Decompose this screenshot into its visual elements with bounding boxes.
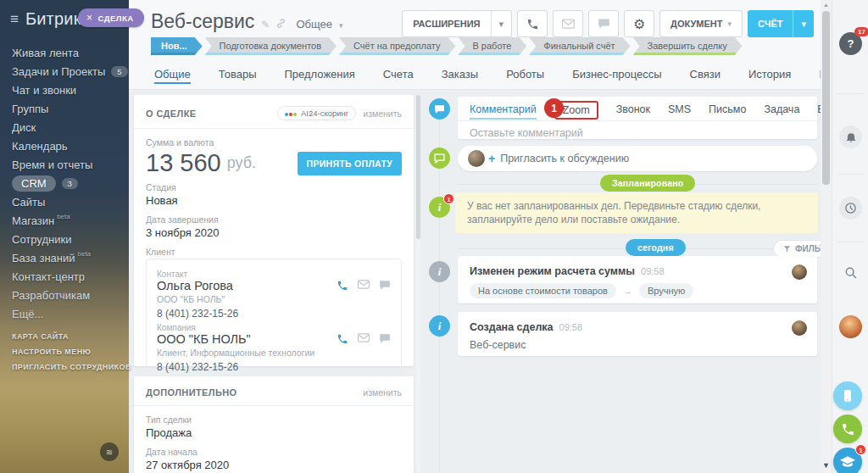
- edit-title-icon[interactable]: ✎: [261, 19, 270, 31]
- call-company-icon[interactable]: [337, 333, 348, 345]
- stage-prepayment[interactable]: Счёт на предоплату: [339, 37, 455, 55]
- call-contact-icon[interactable]: [337, 280, 348, 292]
- sidebar-item-store[interactable]: Магазинbeta: [0, 211, 129, 230]
- invoice-button[interactable]: СЧЁТ ▾: [748, 10, 814, 37]
- scroll-down-icon[interactable]: ▼: [822, 461, 830, 470]
- deal-panel-scrollbar[interactable]: [416, 95, 420, 473]
- email-contact-icon[interactable]: [358, 280, 370, 289]
- notifications-button[interactable]: [839, 125, 862, 148]
- sidebar-item-chat[interactable]: Чат и звонки: [0, 81, 129, 99]
- sidebar-item-crm[interactable]: CRM3: [0, 174, 129, 192]
- tab-email[interactable]: Письмо: [709, 103, 746, 120]
- planned-info-icon: i 1: [429, 197, 450, 218]
- arrow-right-icon: →: [623, 286, 632, 296]
- performance-widget-icon[interactable]: ≋: [100, 442, 119, 461]
- close-date-value[interactable]: 3 ноября 2020: [146, 226, 402, 239]
- training-button[interactable]: 1: [833, 448, 862, 473]
- ai-scoring-badge[interactable]: AI24-скоринг: [277, 106, 356, 120]
- link-icon[interactable]: [276, 19, 286, 31]
- email-button[interactable]: [553, 10, 583, 37]
- company-name[interactable]: ООО "КБ НОЛЬ": [157, 332, 251, 346]
- planned-badge: Запланировано: [600, 175, 695, 192]
- page-scrollbar[interactable]: ▲ ▼: [821, 0, 832, 473]
- deal-slider-chip[interactable]: × СДЕЛКА: [78, 8, 144, 27]
- tab-task[interactable]: Задача: [764, 103, 799, 120]
- invite-to-discussion-input[interactable]: + Пригласить к обсуждению: [458, 146, 817, 171]
- accept-payment-button[interactable]: ПРИНЯТЬ ОПЛАТУ: [298, 152, 402, 175]
- tab-comment[interactable]: Комментарий: [470, 103, 537, 120]
- sidebar-item-time[interactable]: Время и отчеты: [0, 155, 129, 174]
- tab-sms[interactable]: SMS: [668, 103, 691, 120]
- start-date-value[interactable]: 27 октября 2020: [146, 459, 402, 471]
- tab-quotes[interactable]: Предложения: [284, 59, 354, 89]
- tab-call[interactable]: Звонок: [616, 103, 650, 120]
- contact-name[interactable]: Ольга Рогова: [157, 279, 233, 292]
- sidebar-item-groups[interactable]: Группы: [0, 99, 129, 118]
- stage-value[interactable]: Новая: [146, 194, 402, 207]
- sidebar-item-more[interactable]: Ещё...: [0, 304, 129, 323]
- tab-dependencies[interactable]: Связи: [690, 59, 721, 89]
- tab-orders[interactable]: Заказы: [442, 59, 478, 89]
- settings-button[interactable]: ⚙: [624, 10, 654, 37]
- email-company-icon[interactable]: [358, 333, 370, 342]
- tab-invoices[interactable]: Счета: [383, 59, 414, 89]
- call-button[interactable]: [517, 10, 548, 37]
- sidebar-item-disk[interactable]: Диск: [0, 118, 129, 136]
- phone-icon: [841, 422, 855, 437]
- sitemap-link[interactable]: КАРТА САЙТА: [12, 332, 131, 341]
- sidebar-item-employees[interactable]: Сотрудники: [0, 230, 129, 248]
- invite-employees-link[interactable]: ПРИГЛАСИТЬ СОТРУДНИКОВ: [12, 363, 131, 371]
- document-button[interactable]: ДОКУМЕНТ▾: [659, 10, 743, 37]
- sidebar-item-sites[interactable]: Сайты: [0, 192, 129, 211]
- search-button[interactable]: [839, 261, 862, 284]
- sidebar-item-tasks[interactable]: Задачи и Проекты5: [0, 62, 129, 81]
- extensions-dropdown-icon[interactable]: ▾: [491, 11, 512, 36]
- close-icon[interactable]: ×: [86, 12, 93, 24]
- sidebar-item-contact-center[interactable]: Контакт-центр: [0, 267, 129, 286]
- scroll-up-icon[interactable]: ▲: [823, 2, 829, 8]
- scrollbar-thumb[interactable]: [822, 11, 830, 185]
- user-avatar[interactable]: [839, 315, 862, 338]
- stage-in-progress[interactable]: В работе: [458, 37, 526, 55]
- edit-deal-link[interactable]: изменить: [363, 109, 402, 119]
- invoice-dropdown-icon[interactable]: ▾: [793, 10, 814, 37]
- tab-robots[interactable]: Роботы: [506, 59, 544, 89]
- sidebar-item-developers[interactable]: Разработчикам: [0, 286, 129, 304]
- chat-company-icon[interactable]: [379, 333, 391, 344]
- sidebar-item-live-feed[interactable]: Живая лента: [0, 43, 129, 62]
- company-phone[interactable]: 8 (401) 232-15-26: [157, 361, 391, 373]
- configure-menu-link[interactable]: НАСТРОИТЬ МЕНЮ: [12, 348, 131, 356]
- timeline-entry[interactable]: Изменен режим расчета суммы 09:58 На осн…: [458, 256, 817, 303]
- time-management-button[interactable]: [839, 197, 862, 220]
- stage-final-invoice[interactable]: Финальный счёт: [529, 37, 630, 55]
- deal-amount[interactable]: 13 560: [146, 149, 221, 177]
- telephony-button[interactable]: [833, 415, 862, 443]
- comment-input[interactable]: Оставьте комментарий: [458, 120, 817, 145]
- sidebar-item-knowledge[interactable]: База знанийbeta: [0, 248, 129, 267]
- mobile-app-button[interactable]: [833, 381, 862, 410]
- start-date-label: Дата начала: [146, 447, 402, 457]
- help-button[interactable]: ? 17: [839, 32, 862, 55]
- sidebar-item-calendar[interactable]: Календарь: [0, 136, 129, 155]
- chat-contact-icon[interactable]: [379, 280, 391, 291]
- stage-new[interactable]: Нов...: [151, 37, 203, 55]
- tab-history[interactable]: История: [748, 59, 791, 89]
- stage-close-deal[interactable]: Завершить сделку: [633, 37, 743, 55]
- client-card: Контакт Ольга Рогова ООО "КБ НОЛЬ" 8 (40…: [146, 259, 402, 382]
- avatar: [468, 150, 485, 167]
- deal-type-value[interactable]: Продажа: [146, 426, 402, 439]
- chat-button[interactable]: [588, 10, 619, 37]
- stage-docs[interactable]: Подготовка документов: [205, 37, 337, 55]
- contact-phone[interactable]: 8 (401) 232-15-26: [157, 308, 391, 320]
- content-area: О СДЕЛКЕ AI24-скоринг изменить Сумма и в…: [129, 90, 821, 473]
- edit-extra-link[interactable]: изменить: [363, 387, 402, 398]
- menu-icon[interactable]: ≡: [10, 12, 19, 26]
- tab-general[interactable]: Общие: [154, 59, 191, 89]
- new-value-pill: Вручную: [639, 283, 693, 298]
- extensions-button[interactable]: РАСШИРЕНИЯ ▾: [402, 10, 512, 37]
- pipeline-selector[interactable]: Общее: [296, 18, 332, 31]
- timeline-entry[interactable]: Создана сделка 09:58 Веб-сервис: [458, 312, 817, 356]
- tab-products[interactable]: Товары: [219, 59, 257, 89]
- tab-workflows[interactable]: Бизнес-процессы: [572, 59, 661, 89]
- deal-section-title: О СДЕЛКЕ: [146, 109, 197, 119]
